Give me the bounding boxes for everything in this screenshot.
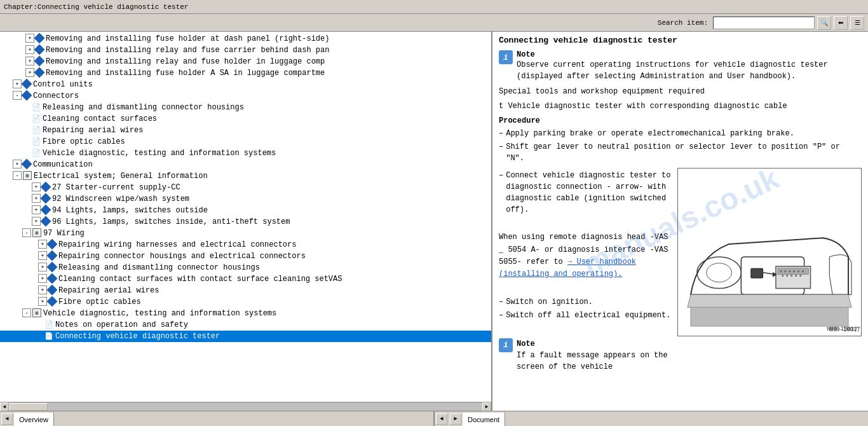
page-icon: 📄 — [44, 320, 53, 330]
page-icon: 📄 — [32, 125, 41, 135]
tree-item[interactable]: - ⊞ Electrical system; General informati… — [0, 170, 491, 182]
expand-icon[interactable]: + — [38, 285, 47, 294]
expand-icon[interactable]: + — [32, 217, 41, 226]
expand-icon[interactable]: - — [13, 171, 22, 180]
expand-icon[interactable]: + — [25, 45, 34, 54]
info-icon-2: i — [499, 338, 513, 352]
tree-item[interactable]: 📄 Repairing aerial wires — [0, 125, 491, 136]
tree-item-label: 96 Lights, lamps, switches inside, anti-… — [52, 217, 290, 227]
tree-item[interactable]: + Repairing aerial wires — [0, 285, 491, 296]
scroll-left-arrow[interactable]: ◄ — [1, 413, 13, 425]
expand-icon[interactable]: + — [38, 240, 47, 249]
tree-item[interactable]: + 27 Starter-current supply-CC — [0, 182, 491, 193]
tree-item-label: Releasing and dismantling connector hous… — [58, 263, 260, 273]
tree-item[interactable]: - ⊞ 97 Wiring — [0, 228, 491, 239]
tree-item-active[interactable]: 📄 Connecting vehicle diagnostic tester — [0, 331, 491, 342]
note-2-label: Note — [517, 338, 672, 350]
tree-item[interactable]: 📄 Notes on operation and safety — [0, 319, 491, 331]
folder-icon — [47, 262, 58, 272]
tree-item[interactable]: + Control units — [0, 79, 491, 90]
right-panel: manuals.co.uk Connecting vehicle diagnos… — [492, 32, 868, 411]
special-tools-text: Special tools and workshop equipment req… — [499, 86, 862, 98]
step-2: – Shift gear lever to neutral position o… — [499, 141, 862, 164]
expand-icon[interactable]: + — [38, 297, 47, 306]
search-label: Search item: — [658, 19, 708, 27]
expand-icon[interactable]: + — [38, 251, 47, 260]
expand-icon[interactable]: - — [22, 228, 31, 237]
tree-area[interactable]: + Removing and installing fuse holder at… — [0, 32, 491, 402]
menu-button[interactable]: ☰ — [850, 16, 864, 30]
tree-item[interactable]: - ⊞ Vehicle diagnostic, testing and info… — [0, 308, 491, 319]
expand-icon[interactable]: - — [22, 308, 31, 317]
tree-item[interactable]: 📄 Cleaning contact surfaces — [0, 113, 491, 125]
svg-point-7 — [793, 271, 795, 273]
search-button[interactable]: 🔍 — [817, 16, 831, 30]
expand-icon[interactable]: + — [25, 68, 34, 77]
step-text: Shift gear lever to neutral position or … — [506, 141, 862, 164]
switch-on-step: – Switch on ignition. — [499, 296, 672, 308]
folder-icon — [34, 56, 45, 66]
expand-icon[interactable]: + — [32, 205, 41, 214]
tree-item[interactable]: + Removing and installing relay and fuse… — [0, 56, 491, 67]
scroll-thumb[interactable] — [10, 403, 48, 411]
folder-icon — [22, 159, 32, 169]
tree-item[interactable]: + 94 Lights, lamps, switches outside — [0, 205, 491, 216]
tree-item[interactable]: 📄 Fibre optic cables — [0, 136, 491, 148]
tree-item[interactable]: + Repairing wiring harnesses and electri… — [0, 239, 491, 251]
tree-item[interactable]: + Releasing and dismantling connector ho… — [0, 262, 491, 273]
expand-icon[interactable]: + — [13, 160, 22, 168]
overview-tab[interactable]: Overview — [14, 411, 54, 426]
tree-item[interactable]: - Connectors — [0, 90, 491, 102]
expand-icon[interactable]: + — [38, 263, 47, 271]
expand-icon[interactable]: + — [32, 194, 41, 203]
page-icon: 📄 — [32, 137, 41, 147]
tree-item-label: Repairing aerial wires — [43, 125, 143, 135]
search-input[interactable] — [713, 17, 815, 29]
expand-icon[interactable]: - — [13, 91, 22, 100]
tree-item[interactable]: + Communication — [0, 159, 491, 170]
folder-icon — [22, 79, 32, 89]
note-label: Note — [517, 50, 862, 59]
tree-item[interactable]: 📄 Vehicle diagnostic, testing and inform… — [0, 148, 491, 159]
tree-item[interactable]: + 96 Lights, lamps, switches inside, ant… — [0, 216, 491, 228]
tree-item-label: Vehicle diagnostic, testing and informat… — [43, 148, 276, 158]
expand-icon[interactable]: + — [25, 57, 34, 65]
svg-point-13 — [795, 275, 797, 277]
tree-item-label: 94 Lights, lamps, switches outside — [52, 205, 208, 216]
tree-item-label: Fibre optic cables — [43, 137, 125, 147]
expand-icon[interactable]: + — [13, 79, 22, 88]
folder-icon — [34, 67, 45, 78]
tree-item[interactable]: 📄 Releasing and dismantling connector ho… — [0, 102, 491, 113]
tree-item[interactable]: + Removing and installing relay and fuse… — [0, 45, 491, 56]
expand-icon[interactable]: + — [32, 182, 41, 191]
tree-item[interactable]: + Removing and installing fuse holder A … — [0, 67, 491, 79]
svg-point-9 — [802, 271, 804, 273]
tree-item-label: 92 Windscreen wipe/wash system — [52, 194, 189, 204]
expand-icon[interactable]: + — [25, 34, 34, 43]
tree-item[interactable]: + Repairing connector housings and elect… — [0, 251, 491, 262]
scroll-right[interactable]: ► — [482, 402, 491, 411]
connect-step: – Connect vehicle diagnostic tester to d… — [499, 170, 672, 216]
svg-point-6 — [789, 271, 790, 273]
prev-button[interactable]: ⬅ — [834, 16, 848, 30]
folder-icon — [22, 90, 32, 100]
document-tab[interactable]: Document — [463, 411, 505, 426]
nav-next[interactable]: ► — [450, 413, 461, 425]
svg-rect-17 — [751, 269, 763, 278]
tree-item-label: Removing and installing relay and fuse c… — [46, 45, 329, 55]
tree-item-label: Repairing aerial wires — [58, 285, 159, 296]
nav-prev[interactable]: ◄ — [436, 413, 447, 425]
tree-item[interactable]: + Removing and installing fuse holder at… — [0, 33, 491, 45]
user-handbook-link[interactable]: → User handbook (installing and operatin… — [499, 258, 636, 278]
tree-item[interactable]: + 92 Windscreen wipe/wash system — [0, 193, 491, 205]
svg-point-11 — [786, 275, 788, 277]
tree-item[interactable]: + Cleaning contact surfaces with contact… — [0, 273, 491, 285]
expand-icon[interactable]: + — [38, 274, 47, 283]
tree-item[interactable]: + Fibre optic cables — [0, 296, 491, 308]
toolbar: Search item: 🔍 ⬅ ☰ — [0, 14, 868, 32]
scroll-track[interactable] — [9, 402, 482, 411]
tree-item-label: 97 Wiring — [43, 228, 85, 238]
scroll-left[interactable]: ◄ — [0, 402, 9, 411]
horizontal-scrollbar[interactable]: ◄ ► — [0, 402, 491, 411]
step-text: Apply parking brake or operate electrome… — [506, 128, 794, 139]
